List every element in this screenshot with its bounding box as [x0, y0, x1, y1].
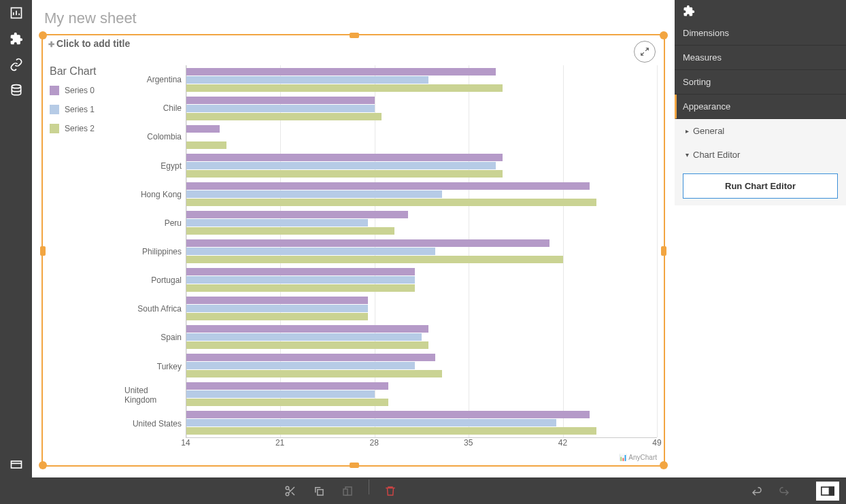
resize-handle[interactable] — [40, 246, 46, 256]
canvas: My new sheet Click to add title Bar Char… — [32, 0, 675, 477]
category-label: Chile — [124, 94, 186, 122]
section-measures[interactable]: Measures — [675, 46, 846, 70]
bar[interactable] — [186, 239, 549, 247]
undo-icon[interactable] — [745, 480, 768, 503]
bar[interactable] — [186, 199, 596, 206]
resize-handle[interactable] — [660, 461, 668, 469]
sub-general[interactable]: General — [675, 119, 846, 143]
legend-swatch — [50, 124, 59, 133]
bar[interactable] — [186, 97, 375, 104]
resize-handle[interactable] — [660, 31, 668, 39]
svg-rect-9 — [830, 487, 834, 495]
legend-item[interactable]: Series 2 — [50, 124, 124, 133]
bar[interactable] — [186, 125, 220, 133]
bar[interactable] — [186, 419, 556, 426]
link-icon[interactable] — [0, 52, 32, 78]
resize-handle[interactable] — [39, 31, 47, 39]
card-icon[interactable] — [0, 452, 32, 477]
category-label: Turkey — [124, 352, 186, 381]
extension-icon — [675, 0, 846, 21]
bar[interactable] — [186, 325, 428, 333]
category-label: United States — [124, 409, 186, 438]
section-appearance[interactable]: Appearance — [675, 95, 846, 119]
svg-rect-7 — [343, 489, 348, 495]
bar[interactable] — [186, 390, 375, 398]
legend-item[interactable]: Series 1 — [50, 105, 124, 114]
bar[interactable] — [186, 284, 415, 292]
resize-handle[interactable] — [350, 463, 359, 468]
category-label: Peru — [124, 209, 186, 237]
database-icon[interactable] — [0, 78, 32, 103]
resize-handle[interactable] — [39, 461, 47, 469]
bar[interactable] — [186, 354, 435, 361]
cut-icon[interactable] — [279, 480, 302, 503]
bar[interactable] — [186, 211, 408, 218]
charts-icon[interactable] — [0, 0, 32, 26]
bar[interactable] — [186, 313, 368, 320]
bar[interactable] — [186, 162, 496, 169]
svg-point-3 — [286, 486, 289, 490]
copy-icon[interactable] — [307, 480, 331, 503]
svg-point-1 — [12, 85, 20, 88]
panel-toggle-icon[interactable] — [816, 482, 839, 501]
section-sorting[interactable]: Sorting — [675, 70, 846, 95]
bar[interactable] — [186, 362, 415, 369]
bar[interactable] — [186, 427, 596, 435]
bar[interactable] — [186, 370, 442, 377]
redo-icon[interactable] — [773, 480, 796, 503]
bar[interactable] — [186, 268, 415, 275]
bar[interactable] — [186, 141, 226, 149]
resize-handle[interactable] — [350, 33, 359, 38]
delete-icon[interactable] — [379, 480, 402, 503]
bar[interactable] — [186, 399, 388, 406]
bar[interactable] — [186, 154, 503, 161]
resize-handle[interactable] — [661, 246, 666, 256]
paste-icon[interactable] — [336, 480, 359, 503]
bar[interactable] — [186, 276, 415, 284]
svg-rect-2 — [11, 461, 21, 468]
bar[interactable] — [186, 227, 394, 235]
legend-item[interactable]: Series 0 — [50, 86, 124, 95]
category-label: Spain — [124, 323, 186, 352]
legend-label: Series 0 — [65, 86, 95, 95]
bar[interactable] — [186, 190, 442, 198]
bar[interactable] — [186, 256, 563, 263]
bar[interactable] — [186, 411, 590, 418]
properties-panel: Dimensions Measures Sorting Appearance G… — [675, 0, 846, 477]
x-tick: 49 — [652, 438, 661, 448]
bar[interactable] — [186, 105, 375, 112]
bar[interactable] — [186, 382, 388, 390]
bar[interactable] — [186, 305, 368, 312]
sub-chart-editor[interactable]: Chart Editor — [675, 143, 846, 167]
bar[interactable] — [186, 297, 368, 304]
bar[interactable] — [186, 182, 590, 190]
bar[interactable] — [186, 341, 428, 349]
extensions-icon[interactable] — [0, 26, 32, 52]
category-label: United Kingdom — [124, 381, 186, 409]
bar[interactable] — [186, 219, 368, 226]
section-dimensions[interactable]: Dimensions — [675, 21, 846, 46]
run-chart-editor-button[interactable]: Run Chart Editor — [683, 173, 838, 199]
chart-object[interactable]: Click to add title Bar Chart Series 0Ser… — [41, 34, 665, 467]
bar[interactable] — [186, 170, 503, 178]
legend-label: Series 1 — [65, 105, 95, 114]
x-tick: 35 — [464, 438, 473, 448]
category-label: Portugal — [124, 266, 186, 295]
category-label: South Africa — [124, 295, 186, 323]
expand-icon[interactable] — [634, 41, 656, 63]
bar[interactable] — [186, 76, 428, 84]
sheet-title[interactable]: My new sheet — [32, 0, 675, 34]
category-label: Colombia — [124, 122, 186, 151]
x-tick: 28 — [370, 438, 379, 448]
bar[interactable] — [186, 84, 503, 92]
bar[interactable] — [186, 333, 422, 341]
category-label: Philippines — [124, 237, 186, 266]
category-label: Argentina — [124, 65, 186, 94]
bar[interactable] — [186, 113, 382, 120]
chart-credit: 📊 AnyChart — [619, 454, 657, 461]
bar[interactable] — [186, 68, 496, 75]
legend-swatch — [50, 105, 59, 114]
left-toolbar — [0, 0, 32, 477]
svg-point-4 — [286, 492, 289, 496]
bar[interactable] — [186, 248, 435, 255]
